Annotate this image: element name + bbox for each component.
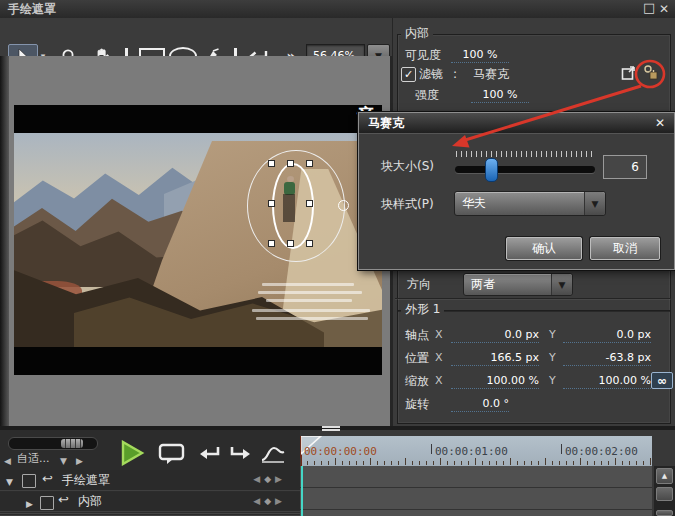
block-size-field[interactable]: 6 [603, 155, 647, 179]
scroll-down-button[interactable] [656, 510, 673, 516]
mask-rotation-handle[interactable] [338, 200, 349, 211]
anchor-y-value[interactable]: 0.0 px [563, 328, 651, 343]
mask-handle[interactable] [306, 200, 313, 207]
redo-button[interactable] [228, 442, 254, 464]
ok-button-label: 确认 [532, 241, 556, 255]
revert-icon[interactable]: ↩ [42, 472, 53, 486]
track-row-inner[interactable]: ▶ ↩ 内部 ◀◆▶ [0, 492, 300, 512]
scale-label: 缩放 [405, 374, 429, 388]
filter-name[interactable]: 马赛克 [473, 67, 509, 81]
prev-keyframe-icon[interactable]: ◀ [253, 474, 264, 484]
zoom-preset-label[interactable]: 自适... [17, 452, 50, 466]
direction-dropdown[interactable]: 两者 ▼ [463, 273, 573, 296]
expand-closed-icon[interactable]: ▶ [26, 497, 33, 511]
keyframe-nav[interactable]: ◀◆▶ [253, 474, 286, 484]
block-style-dropdown[interactable]: 华夫 ▼ [454, 191, 606, 216]
visibility-value[interactable]: 100 % [451, 48, 509, 63]
position-label: 位置 [405, 351, 429, 365]
track-checkbox[interactable] [22, 474, 36, 488]
cancel-button[interactable]: 取消 [590, 237, 660, 260]
ruler-major-tick [431, 444, 432, 454]
mask-handle[interactable] [287, 160, 294, 167]
check-icon: ✓ [404, 68, 413, 81]
lane-divider [300, 509, 652, 510]
next-keyframe-icon[interactable]: ▶ [275, 474, 286, 484]
position-x-value[interactable]: 166.5 px [451, 351, 539, 366]
add-keyframe-icon[interactable]: ◆ [264, 496, 275, 506]
next-keyframe-icon[interactable]: ▶ [275, 496, 286, 506]
dialog-title-bar[interactable]: 马赛克 ✕ [359, 113, 674, 134]
timeline-scrollbar: ▲ [654, 466, 675, 516]
speech-bubble-icon [158, 443, 185, 466]
scale-x-value[interactable]: 100.00 % [451, 374, 539, 389]
scroll-up-button[interactable]: ▲ [656, 468, 673, 484]
cancel-button-label: 取消 [613, 241, 637, 255]
position-y-value[interactable]: -63.8 px [563, 351, 651, 366]
expand-open-icon[interactable]: ▼ [6, 475, 13, 489]
axis-x-label: X [435, 328, 443, 342]
axis-x-label: X [435, 374, 443, 388]
customize-filter-icon[interactable] [643, 64, 659, 81]
next-icon[interactable]: ▶ [76, 454, 83, 468]
lane-divider [300, 487, 652, 488]
bottom-left-panel: ◀ 自适... ▼ ▶ [0, 430, 300, 516]
maximize-button[interactable]: □ [643, 1, 655, 15]
block-style-value: 华夫 [455, 195, 584, 212]
track-row-mask[interactable]: ▼ ↩ 手绘遮罩 ◀◆▶ [0, 470, 300, 491]
scrollbar-thumb[interactable] [656, 487, 673, 501]
comment-button[interactable] [158, 443, 185, 466]
mask-handle[interactable] [268, 240, 275, 247]
anchor-label: 轴点 [405, 328, 429, 342]
close-icon[interactable]: ✕ [659, 2, 669, 16]
block-size-label: 块大小(S) [381, 159, 434, 173]
splitter-grip[interactable] [322, 426, 340, 432]
prev-keyframe-icon[interactable]: ◀ [253, 496, 264, 506]
strength-value[interactable]: 100 % [471, 88, 529, 103]
anchor-x-value[interactable]: 0.0 px [451, 328, 539, 343]
ruler-time-label: 00:00:01:00 [435, 445, 508, 458]
keyframe-nav[interactable]: ◀◆▶ [253, 496, 286, 506]
axis-y-label: Y [549, 328, 556, 342]
undo-button[interactable] [196, 442, 222, 464]
revert-icon[interactable]: ↩ [58, 493, 69, 507]
track-name[interactable]: 手绘遮罩 [62, 473, 110, 487]
block-size-slider[interactable] [455, 166, 595, 173]
timeline-ruler[interactable]: 00:00:00:00 00:00:01:00 00:00:02:00 [300, 436, 652, 467]
mask-handle[interactable] [306, 160, 313, 167]
mask-handle[interactable] [268, 200, 275, 207]
curve-graph-icon [260, 444, 286, 464]
play-button[interactable] [118, 440, 146, 466]
timeline-zoom-handle[interactable] [61, 439, 83, 448]
playhead-line[interactable] [301, 466, 303, 516]
window-title: 手绘遮罩 [8, 2, 56, 16]
block-size-value: 6 [631, 160, 639, 174]
up-arrow-icon: ▲ [662, 472, 667, 480]
ok-button[interactable]: 确认 [506, 237, 582, 260]
mask-handle[interactable] [306, 240, 313, 247]
play-icon [118, 440, 146, 466]
mask-handle[interactable] [268, 160, 275, 167]
reset-filter-icon[interactable] [621, 64, 637, 81]
timeline-area: 00:00:00:00 00:00:01:00 00:00:02:00 ▲ [300, 430, 675, 516]
curve-editor-button[interactable] [260, 444, 286, 464]
track-checkbox[interactable] [40, 496, 54, 510]
scale-link-toggle[interactable]: ∞ [651, 372, 673, 389]
track-name[interactable]: 内部 [78, 494, 102, 508]
filter-checkbox[interactable]: ✓ [401, 67, 416, 82]
add-keyframe-icon[interactable]: ◆ [264, 474, 275, 484]
rotation-value[interactable]: 0.0 ° [451, 397, 509, 412]
dialog-close-icon[interactable]: ✕ [655, 116, 665, 130]
timeline-zoom-slider[interactable] [8, 437, 98, 450]
block-size-slider-handle[interactable] [485, 158, 498, 182]
ruler-mid-ticks [300, 458, 652, 465]
axis-y-label: Y [549, 374, 556, 388]
direction-label: 方向 [407, 277, 431, 291]
chevron-down-icon[interactable]: ▼ [60, 454, 67, 468]
timeline-lanes[interactable] [300, 466, 652, 516]
prev-icon[interactable]: ◀ [4, 454, 11, 468]
ruler-major-tick [561, 444, 562, 454]
toolbar: ▾ [0, 18, 392, 57]
scale-y-value[interactable]: 100.00 % [563, 374, 651, 389]
undo-icon [196, 442, 222, 464]
mask-handle[interactable] [287, 240, 294, 247]
